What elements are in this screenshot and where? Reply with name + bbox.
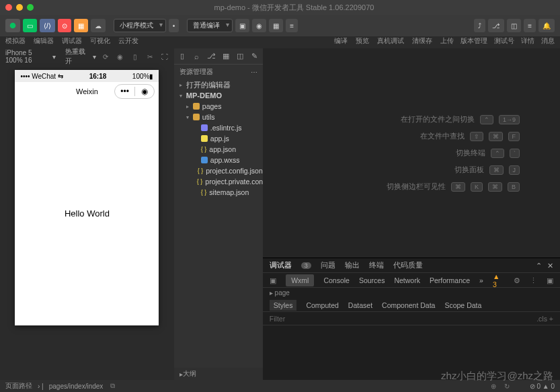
tab-console[interactable]: Console <box>323 276 350 284</box>
tab-performance[interactable]: Performance <box>430 276 470 284</box>
tab-dataset[interactable]: Dataset <box>348 301 372 309</box>
tab-compdata[interactable]: Component Data <box>382 301 435 309</box>
compile-select[interactable]: 普通编译 <box>187 19 233 32</box>
editor-tips: 在打开的文件之间切换⌃1→9在文件中查找⇧⌘F切换终端⌃`切换面板⌘J切换侧边栏… <box>263 48 560 258</box>
gear-icon[interactable]: ⚙ <box>513 276 520 284</box>
tip-row: 切换终端⌃` <box>456 148 520 158</box>
editor-pane: 在打开的文件之间切换⌃1→9在文件中查找⇧⌘F切换终端⌃`切换面板⌘J切换侧边栏… <box>263 48 560 380</box>
mode-dot[interactable]: • <box>169 19 179 32</box>
copy-icon[interactable]: ⧉ <box>108 382 116 390</box>
file-tree: ▸pages▾utils.eslintrc.jsapp.js{ }app.jso… <box>174 101 263 198</box>
inspect-icon[interactable]: ▣ <box>270 276 276 284</box>
detail-button[interactable]: ≡ <box>524 19 536 32</box>
filter-input[interactable]: Filter <box>270 315 285 323</box>
section-project[interactable]: ▾MP-DEMO <box>174 90 263 101</box>
file-project.private.config...[interactable]: { }project.private.config... <box>174 176 263 187</box>
minimize-icon[interactable] <box>16 4 23 11</box>
inspector-tabs: ▣ Wxml Console Sources Network Performan… <box>263 273 560 288</box>
chevron-up-icon[interactable]: ⌃ <box>536 262 542 270</box>
refresh-icon[interactable]: ⟳ <box>102 52 110 61</box>
real-button[interactable]: ▦ <box>269 19 283 32</box>
cut-icon[interactable]: ✂ <box>146 52 154 61</box>
tab-computed[interactable]: Computed <box>306 301 338 309</box>
expand-icon[interactable]: ⛶ <box>161 52 169 61</box>
file-app.json[interactable]: { }app.json <box>174 144 263 155</box>
tab-output[interactable]: 输出 <box>345 261 360 270</box>
network-icon[interactable]: ↻ <box>503 382 511 390</box>
tab-wxml[interactable]: Wxml <box>286 274 314 286</box>
file-pages[interactable]: ▸pages <box>174 101 263 112</box>
more-icon[interactable]: ⋮ <box>530 276 537 284</box>
files-icon[interactable]: ▯ <box>178 52 186 61</box>
cloud-button[interactable]: ☁ <box>91 19 106 32</box>
version-button[interactable]: ⎇ <box>488 19 504 32</box>
tab-debugger[interactable]: 调试器 <box>270 261 292 270</box>
compile-button[interactable]: ▣ <box>235 19 249 32</box>
target-icon: ◉ <box>135 87 155 96</box>
file-app.wxss[interactable]: app.wxss <box>174 155 263 165</box>
file-sitemap.json[interactable]: { }sitemap.json <box>174 187 263 198</box>
ext-icon[interactable]: ▦ <box>222 52 230 61</box>
filter-row: Filter .cls + <box>263 312 560 325</box>
branch-icon[interactable]: ⎇ <box>207 52 215 61</box>
page-path[interactable]: pages/index/index <box>49 383 104 390</box>
maximize-icon[interactable] <box>27 4 34 11</box>
window-title: mp-demo - 微信开发者工具 Stable 1.06.2209070 <box>34 3 555 13</box>
file-.eslintrc.js[interactable]: .eslintrc.js <box>174 122 263 133</box>
upload-button[interactable]: ⤴ <box>474 19 485 32</box>
breadcrumb: ▸ page <box>263 288 560 299</box>
tip-row: 在文件中查找⇧⌘F <box>420 131 520 141</box>
phone-statusbar: •••• WeChat⇆ 16:18 100% ▮ <box>15 70 159 82</box>
debugger-button[interactable]: ⊙ <box>58 19 71 32</box>
mode-select[interactable]: 小程序模式 <box>114 19 166 32</box>
msg-button[interactable]: 🔔 <box>538 19 555 32</box>
tab-quality[interactable]: 代码质量 <box>393 261 423 270</box>
devtools-tabs: 调试器 3 问题 输出 终端 代码质量 ⌃✕ <box>263 258 560 273</box>
test-button[interactable]: ◫ <box>507 19 521 32</box>
window-controls <box>5 4 34 11</box>
outline-section[interactable]: ▸ 大纲 <box>174 368 263 380</box>
file-project.config.json[interactable]: { }project.config.json <box>174 165 263 176</box>
close-icon[interactable] <box>5 4 12 11</box>
explorer-toolbar: ▯ ⌕ ⎇ ▦ ◫ ✎ <box>174 48 263 65</box>
clear-button[interactable]: ≡ <box>286 19 298 32</box>
menu-icon: ••• <box>115 87 134 96</box>
section-open-editors[interactable]: ▸打开的编辑器 <box>174 79 263 90</box>
hotreload-label[interactable]: 热重载 开 <box>65 47 87 66</box>
device-label[interactable]: iPhone 5 100% 16 <box>5 49 47 64</box>
simulator-bar: iPhone 5 100% 16▾ 热重载 开▾ ⟳ ◉ ▯ ✂ ⛶ <box>0 48 174 65</box>
tab-scopedata[interactable]: Scope Data <box>444 301 481 309</box>
app-icon[interactable] <box>5 19 20 32</box>
phone-frame: •••• WeChat⇆ 16:18 100% ▮ Weixin •••◉ He… <box>15 70 159 325</box>
tip-row: 在打开的文件之间切换⌃1→9 <box>401 114 520 124</box>
box-icon[interactable]: ◫ <box>237 52 245 61</box>
tab-problems[interactable]: 问题 <box>321 261 335 270</box>
target-icon[interactable]: ⊕ <box>489 382 497 390</box>
tip-row: 切换面板⌘J <box>454 165 520 175</box>
explorer-title: 资源管理器⋯ <box>174 65 263 79</box>
record-icon[interactable]: ◉ <box>116 52 124 61</box>
editor-button[interactable]: ⟨/⟩ <box>40 19 55 32</box>
brush-icon[interactable]: ✎ <box>251 52 259 61</box>
tip-row: 切换侧边栏可见性⌘K⌘B <box>387 182 520 192</box>
file-utils[interactable]: ▾utils <box>174 112 263 122</box>
warning-badge[interactable]: ▲ 3 <box>493 272 504 288</box>
visual-button[interactable]: ▦ <box>74 19 88 32</box>
rotate-icon[interactable]: ▯ <box>131 52 139 61</box>
simulator-pane: iPhone 5 100% 16▾ 热重载 开▾ ⟳ ◉ ▯ ✂ ⛶ •••• … <box>0 48 174 380</box>
preview-button[interactable]: ◉ <box>252 19 266 32</box>
file-app.js[interactable]: app.js <box>174 133 263 144</box>
tab-network[interactable]: Network <box>394 276 420 284</box>
search-icon[interactable]: ⌕ <box>192 52 200 61</box>
close-icon[interactable]: ✕ <box>547 262 553 270</box>
simulator-button[interactable]: ▭ <box>23 19 37 32</box>
add-icon[interactable]: + <box>549 315 553 323</box>
tab-styles[interactable]: Styles <box>270 300 297 311</box>
main-toolbar: ▭ ⟨/⟩ ⊙ ▦ ☁ 小程序模式 • 普通编译 ▣ ◉ ▦ ≡ ⤴ ⎇ ◫ ≡… <box>0 15 560 36</box>
svg-point-0 <box>10 23 16 29</box>
dock-icon[interactable]: ▣ <box>547 276 553 284</box>
tab-terminal[interactable]: 终端 <box>369 261 384 270</box>
capsule[interactable]: •••◉ <box>114 84 155 99</box>
status-bar: 页面路径 › | pages/index/index ⧉ ⊕ ↻ ⊘ 0 ▲ 0 <box>0 380 560 392</box>
tab-sources[interactable]: Sources <box>359 276 385 284</box>
